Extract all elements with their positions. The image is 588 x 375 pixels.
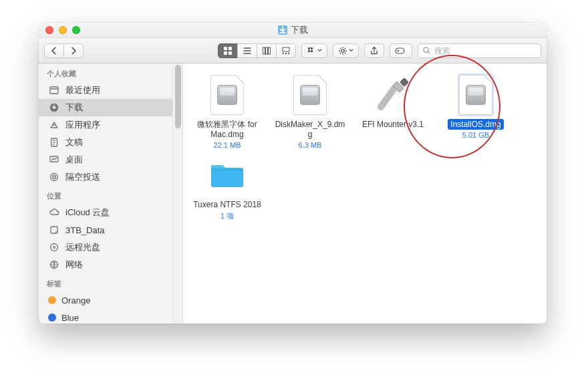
airdrop-icon <box>48 171 60 183</box>
window-title: 下载 <box>39 24 547 36</box>
arrange-segment <box>301 43 327 58</box>
column-view-button[interactable] <box>257 43 277 58</box>
file-item[interactable]: EFI Mounter v3.1 <box>355 72 430 149</box>
sidebar-item[interactable]: Blue <box>39 309 172 324</box>
sidebar-item[interactable]: 远程光盘 <box>39 239 172 256</box>
sidebar-item[interactable]: 应用程序 <box>39 116 172 134</box>
chevron-left-icon <box>49 46 59 55</box>
file-name: 微软雅黑字体 for Mac.dmg <box>190 120 265 140</box>
svg-point-28 <box>51 244 58 251</box>
file-item[interactable]: DiskMaker_X_9.dmg6.3 MB <box>273 72 347 149</box>
sidebar-scrollbar[interactable] <box>172 64 182 324</box>
maximize-button[interactable] <box>72 26 80 34</box>
dmg-icon <box>210 75 244 115</box>
sidebar-heading: 个人收藏 <box>39 64 172 82</box>
search-input[interactable] <box>434 46 537 55</box>
sidebar-item-label: 最近使用 <box>65 84 100 96</box>
file-thumbnail <box>371 73 415 117</box>
back-button[interactable] <box>44 43 64 58</box>
dmg-icon <box>459 75 492 115</box>
file-meta: 5.01 GB <box>462 131 489 139</box>
action-menu-button[interactable] <box>333 43 359 58</box>
close-button[interactable] <box>45 26 53 34</box>
desktop-icon <box>48 154 60 166</box>
svg-point-17 <box>398 49 400 51</box>
sidebar-item[interactable]: 桌面 <box>39 151 172 168</box>
svg-rect-5 <box>266 47 268 54</box>
columns-icon <box>262 46 271 55</box>
svg-point-25 <box>53 176 55 178</box>
chevron-right-icon <box>69 46 78 55</box>
sidebar-item[interactable]: 最近使用 <box>39 82 172 99</box>
scrollbar-thumb[interactable] <box>175 65 181 128</box>
sidebar-item-label: 文稿 <box>65 136 83 148</box>
list-view-button[interactable] <box>237 43 257 58</box>
svg-point-15 <box>341 49 344 51</box>
traffic-lights <box>39 26 80 34</box>
network-icon <box>48 259 60 271</box>
sidebar-item-label: 下载 <box>65 102 83 114</box>
sidebar-heading: 位置 <box>39 186 172 204</box>
sidebar-item-label: 3TB_Data <box>65 225 105 235</box>
sidebar-item-label: Blue <box>61 313 79 323</box>
search-field[interactable] <box>418 43 541 58</box>
sidebar-item[interactable]: 3TB_Data <box>39 221 172 239</box>
file-name: DiskMaker_X_9.dmg <box>273 120 347 140</box>
sidebar-item-label: iCloud 云盘 <box>65 207 110 219</box>
sidebar-heading: 标签 <box>39 273 172 291</box>
file-thumbnail <box>454 73 498 117</box>
view-mode-segment <box>218 43 296 58</box>
svg-rect-14 <box>311 50 313 52</box>
sidebar-item[interactable]: Orange <box>39 291 172 309</box>
sidebar: 个人收藏最近使用下载应用程序文稿桌面隔空投送位置iCloud 云盘3TB_Dat… <box>39 64 182 324</box>
minimize-button[interactable] <box>59 26 67 34</box>
svg-rect-3 <box>229 51 232 55</box>
svg-rect-19 <box>50 87 58 94</box>
window-title-text: 下载 <box>291 24 308 36</box>
dmg-icon <box>293 75 327 115</box>
forward-button[interactable] <box>63 43 84 58</box>
tag-icon <box>395 46 407 55</box>
apps-icon <box>48 119 60 131</box>
file-item[interactable]: InstallOS.dmg5.01 GB <box>438 72 513 149</box>
tags-button[interactable] <box>390 43 412 58</box>
svg-rect-1 <box>229 47 232 50</box>
grid-icon <box>223 46 233 55</box>
docs-icon <box>48 136 60 148</box>
sidebar-item[interactable]: 下载 <box>39 99 172 116</box>
tag-color-dot <box>48 296 56 304</box>
sidebar-item[interactable]: iCloud 云盘 <box>39 204 172 221</box>
share-icon <box>370 46 379 55</box>
toolbar <box>39 38 547 64</box>
sidebar-item[interactable]: 文稿 <box>39 134 172 151</box>
file-item[interactable]: 微软雅黑字体 for Mac.dmg22.1 MB <box>190 72 265 149</box>
sidebar-item[interactable]: 隔空投送 <box>39 168 172 186</box>
nav-buttons <box>44 43 84 58</box>
chevron-down-icon <box>317 48 322 53</box>
sidebar-item[interactable]: 网络 <box>39 256 172 273</box>
gallery-view-button[interactable] <box>276 43 296 58</box>
arrange-button[interactable] <box>301 43 327 58</box>
recents-icon <box>48 84 60 96</box>
file-meta: 22.1 MB <box>214 141 241 149</box>
sidebar-item-label: 隔空投送 <box>65 171 100 183</box>
icon-view-button[interactable] <box>218 43 238 58</box>
downloads-folder-icon <box>278 25 287 35</box>
svg-rect-0 <box>224 47 227 50</box>
action-segment <box>333 43 359 58</box>
svg-rect-9 <box>285 53 287 54</box>
file-item[interactable]: Tuxera NTFS 20181 项 <box>190 152 265 221</box>
file-meta: 1 项 <box>220 211 234 221</box>
file-thumbnail <box>205 73 249 117</box>
optical-icon <box>48 241 60 253</box>
titlebar: 下载 <box>39 23 547 38</box>
applescript-icon <box>374 76 412 114</box>
share-button[interactable] <box>364 43 384 58</box>
file-thumbnail <box>288 73 332 117</box>
file-thumbnail <box>205 153 249 197</box>
grid-small-icon <box>307 46 316 55</box>
file-name: InstallOS.dmg <box>446 120 504 130</box>
body: 个人收藏最近使用下载应用程序文稿桌面隔空投送位置iCloud 云盘3TB_Dat… <box>39 64 547 324</box>
file-grid-area[interactable]: 微软雅黑字体 for Mac.dmg22.1 MBDiskMaker_X_9.d… <box>183 64 547 324</box>
svg-point-29 <box>53 247 55 249</box>
